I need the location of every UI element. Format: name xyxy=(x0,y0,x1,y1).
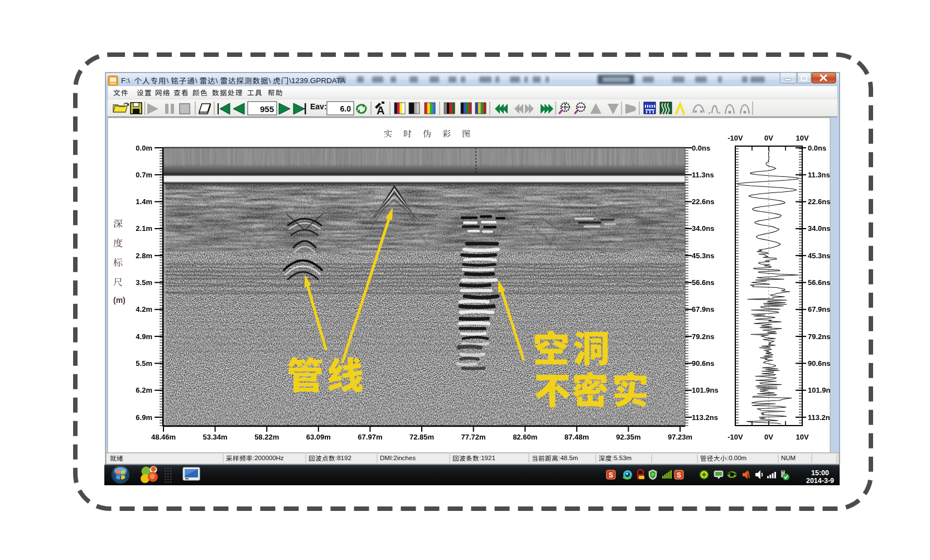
svg-text::8192: :8192 xyxy=(335,455,351,461)
svg-text:S: S xyxy=(609,471,613,479)
svg-text:45.3ns: 45.3ns xyxy=(808,252,830,260)
svg-text:90.6ns: 90.6ns xyxy=(692,359,714,368)
svg-text:90.6ns: 90.6ns xyxy=(808,359,830,368)
svg-text:1.4m: 1.4m xyxy=(136,197,152,206)
svg-text:\: \ xyxy=(269,76,271,85)
svg-text:79.2ns: 79.2ns xyxy=(808,332,830,341)
svg-text:\1239.GPRDATA: \1239.GPRDATA xyxy=(289,76,345,85)
svg-text:101.9ns: 101.9ns xyxy=(692,386,719,394)
svg-text:\: \ xyxy=(216,76,218,85)
svg-text::1921: :1921 xyxy=(479,455,495,461)
svg-text:\: \ xyxy=(167,76,169,85)
svg-text::200000Hz: :200000Hz xyxy=(253,455,284,461)
svg-text:\: \ xyxy=(195,76,197,85)
svg-text:72.85m: 72.85m xyxy=(409,433,434,441)
svg-text:0.7m: 0.7m xyxy=(136,171,152,179)
svg-text:DMI:2inches: DMI:2inches xyxy=(380,455,416,461)
svg-text:48.46m: 48.46m xyxy=(151,433,176,441)
svg-text:6.2m: 6.2m xyxy=(136,386,152,394)
svg-text:15:00: 15:00 xyxy=(811,469,829,477)
svg-text:82.60m: 82.60m xyxy=(513,433,537,441)
svg-text:2014-3-9: 2014-3-9 xyxy=(806,477,834,485)
svg-text:S: S xyxy=(677,471,681,479)
svg-text:6.0: 6.0 xyxy=(340,104,351,113)
svg-text::5.53m: :5.53m xyxy=(612,455,632,461)
svg-text:4.9m: 4.9m xyxy=(136,332,152,341)
svg-text:67.9ns: 67.9ns xyxy=(808,305,830,313)
svg-text:4.2m: 4.2m xyxy=(136,305,152,313)
svg-text:56.6ns: 56.6ns xyxy=(808,278,830,287)
svg-text:2.8m: 2.8m xyxy=(136,252,152,260)
svg-text:10V: 10V xyxy=(796,134,808,142)
svg-text:3.5m: 3.5m xyxy=(136,278,152,287)
svg-text:53.34m: 53.34m xyxy=(203,433,228,441)
svg-text:0V: 0V xyxy=(764,134,773,142)
svg-text:-10V: -10V xyxy=(727,134,743,142)
svg-text::48.5m: :48.5m xyxy=(558,455,578,461)
svg-text:58.22m: 58.22m xyxy=(254,433,279,441)
svg-text:22.6ns: 22.6ns xyxy=(808,197,830,206)
svg-text:(m): (m) xyxy=(113,296,126,305)
svg-text:63.09m: 63.09m xyxy=(306,433,331,441)
svg-text:0.0ns: 0.0ns xyxy=(808,144,826,152)
svg-text:101.9n: 101.9n xyxy=(808,386,831,394)
svg-text:56.6ns: 56.6ns xyxy=(692,278,714,287)
svg-text:87.48m: 87.48m xyxy=(565,433,589,441)
svg-text:67.9ns: 67.9ns xyxy=(692,305,714,313)
svg-text:5.5m: 5.5m xyxy=(136,359,152,368)
svg-text:11.3ns: 11.3ns xyxy=(692,171,714,179)
svg-text:2.1m: 2.1m xyxy=(136,224,152,233)
svg-text:-10V: -10V xyxy=(727,433,743,441)
svg-text:79.2ns: 79.2ns xyxy=(692,332,714,341)
svg-text:22.6ns: 22.6ns xyxy=(692,197,714,206)
svg-text::0.00m: :0.00m xyxy=(727,455,746,461)
svg-text:11.3ns: 11.3ns xyxy=(808,171,830,179)
svg-text:0.0ns: 0.0ns xyxy=(692,144,710,152)
svg-text:10V: 10V xyxy=(796,433,808,441)
svg-text:113.2n: 113.2n xyxy=(808,413,830,422)
svg-text:67.97m: 67.97m xyxy=(358,433,382,441)
svg-text:Eav:: Eav: xyxy=(310,102,327,111)
svg-text:F:\: F:\ xyxy=(121,76,130,85)
svg-text:113.2ns: 113.2ns xyxy=(692,413,718,422)
svg-text:NUM: NUM xyxy=(781,455,796,461)
svg-text:0V: 0V xyxy=(764,433,773,441)
svg-text:45.3ns: 45.3ns xyxy=(692,252,714,260)
svg-text:77.72m: 77.72m xyxy=(461,433,486,441)
svg-text:97.23m: 97.23m xyxy=(668,433,692,441)
svg-text:0.0m: 0.0m xyxy=(136,144,152,152)
svg-text:34.0ns: 34.0ns xyxy=(692,224,714,233)
svg-text:955: 955 xyxy=(260,104,274,114)
svg-text:6.9m: 6.9m xyxy=(136,413,152,422)
svg-text:92.35m: 92.35m xyxy=(616,433,640,441)
svg-text:34.0ns: 34.0ns xyxy=(808,224,830,233)
